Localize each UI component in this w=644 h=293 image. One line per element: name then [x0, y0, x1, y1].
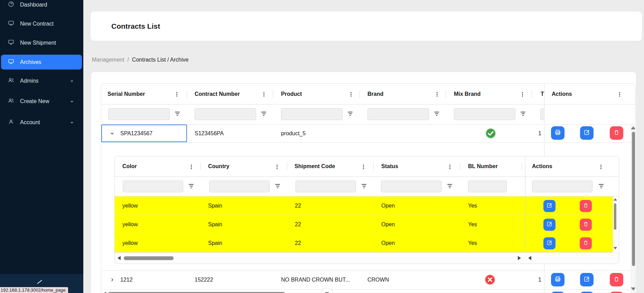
detail-cell-status[interactable]: Open: [381, 234, 395, 253]
print-button[interactable]: [551, 292, 564, 293]
sidebar-item-new-shipment[interactable]: New Shipment: [0, 36, 83, 50]
scroll-down-icon[interactable]: [614, 247, 617, 249]
expand-row-icon[interactable]: [109, 277, 115, 284]
filter-input-mix-brand[interactable]: [454, 108, 515, 120]
column-menu-icon[interactable]: [277, 164, 278, 170]
delete-button[interactable]: [580, 200, 592, 212]
column-menu-icon[interactable]: [437, 91, 438, 97]
detail-cell-country[interactable]: Spain: [208, 234, 222, 253]
detail-filter-input-color[interactable]: [123, 181, 183, 192]
detail-cell-shipment[interactable]: 22: [295, 196, 301, 215]
filter-icon[interactable]: [261, 112, 267, 116]
column-header-serial-number[interactable]: Serial Number: [108, 84, 145, 104]
column-menu-icon[interactable]: [522, 91, 523, 97]
edit-button[interactable]: [580, 126, 594, 140]
cell-contract[interactable]: 152222: [195, 271, 213, 289]
filter-icon[interactable]: [361, 184, 367, 188]
detail-vertical-scrollbar[interactable]: [613, 196, 617, 253]
column-header-contract-number[interactable]: Contract Number: [195, 84, 240, 104]
column-header-brand[interactable]: Brand: [367, 84, 383, 104]
detail-horizontal-scrollbar[interactable]: [115, 253, 619, 264]
scrollbar-thumb[interactable]: [614, 203, 616, 230]
delete-button[interactable]: [580, 219, 592, 231]
detail-filter-input-country[interactable]: [209, 181, 270, 192]
scroll-right-icon[interactable]: [518, 256, 521, 260]
detail-row[interactable]: [115, 196, 613, 215]
detail-row[interactable]: [115, 215, 613, 234]
scroll-up-icon[interactable]: [631, 126, 635, 129]
detail-column-header-status[interactable]: Status: [381, 156, 398, 176]
detail-cell-shipment[interactable]: 22: [295, 215, 301, 234]
filter-icon[interactable]: [433, 112, 440, 116]
scroll-left-icon[interactable]: [103, 292, 106, 293]
collapse-row-icon[interactable]: [109, 130, 115, 138]
detail-filter-input-status[interactable]: [381, 181, 441, 192]
filter-input-serial-number[interactable]: [108, 108, 170, 120]
column-header-product[interactable]: Product: [281, 84, 302, 104]
detail-cell-status[interactable]: Open: [381, 215, 395, 234]
detail-filter-input-shipment-code[interactable]: [296, 181, 356, 192]
filter-icon[interactable]: [174, 112, 180, 116]
detail-cell-bl[interactable]: Yes: [468, 215, 477, 234]
scrollbar-thumb[interactable]: [124, 256, 174, 260]
cell-product[interactable]: NO BRAND CROWN BUT...: [281, 271, 350, 289]
filter-input-product[interactable]: [281, 108, 343, 120]
edit-button[interactable]: [543, 200, 556, 212]
detail-row[interactable]: [115, 234, 613, 253]
filter-icon[interactable]: [188, 184, 194, 188]
detail-column-header-color[interactable]: Color: [122, 156, 137, 176]
column-menu-icon[interactable]: [263, 91, 264, 97]
cell-serial[interactable]: SPA1234567: [120, 125, 152, 142]
print-button[interactable]: [551, 126, 564, 140]
detail-cell-color[interactable]: yellow: [122, 215, 138, 234]
detail-cell-color[interactable]: yellow: [122, 234, 138, 253]
detail-column-header-actions[interactable]: Actions: [532, 156, 552, 176]
sidebar-item-create-new[interactable]: Create New: [0, 94, 83, 108]
scroll-left-icon[interactable]: [528, 256, 531, 260]
grid-vertical-scrollbar[interactable]: [631, 124, 635, 293]
filter-icon[interactable]: [274, 184, 281, 188]
delete-button[interactable]: [610, 273, 623, 286]
detail-cell-bl[interactable]: Yes: [468, 234, 477, 253]
delete-button[interactable]: [610, 292, 623, 293]
breadcrumb-section[interactable]: Management: [92, 57, 124, 63]
filter-input-brand[interactable]: [367, 108, 429, 120]
edit-button[interactable]: [543, 219, 556, 231]
print-button[interactable]: [551, 273, 564, 286]
sidebar-item-dashboard[interactable]: Dashboard: [0, 0, 83, 12]
edit-button[interactable]: [543, 237, 556, 249]
column-menu-icon[interactable]: [191, 164, 192, 170]
sidebar-item-archives[interactable]: Archives: [1, 55, 82, 70]
filter-input-contract-number[interactable]: [195, 108, 256, 120]
scroll-up-icon[interactable]: [614, 198, 617, 201]
detail-cell-color[interactable]: yellow: [122, 196, 138, 215]
cell-contract[interactable]: S123456PA: [195, 125, 224, 142]
column-header-mix-brand[interactable]: Mix Brand: [454, 84, 480, 104]
sidebar-item-account[interactable]: Account: [0, 116, 83, 129]
scrollbar-thumb[interactable]: [632, 132, 635, 266]
detail-cell-country[interactable]: Spain: [208, 215, 222, 234]
delete-button[interactable]: [580, 237, 592, 249]
scroll-left-icon[interactable]: [118, 256, 121, 260]
detail-filter-input-actions[interactable]: [532, 181, 592, 192]
sidebar-item-new-contract[interactable]: New Contract: [0, 17, 83, 31]
cell-total[interactable]: 1: [530, 125, 541, 142]
column-header-total-truncated[interactable]: T: [541, 84, 544, 104]
detail-column-header-country[interactable]: Country: [208, 156, 229, 176]
column-menu-icon[interactable]: [176, 91, 177, 97]
column-menu-icon[interactable]: [449, 164, 450, 170]
column-menu-icon[interactable]: [600, 164, 601, 170]
detail-column-header-bl-number[interactable]: BL Number: [468, 156, 498, 176]
column-menu-icon[interactable]: [351, 91, 352, 97]
cell-serial[interactable]: 1212: [120, 271, 133, 289]
detail-cell-bl[interactable]: Yes: [468, 196, 477, 215]
filter-icon[interactable]: [598, 184, 604, 188]
detail-filter-input-bl-number[interactable]: [468, 181, 507, 192]
detail-cell-status[interactable]: Open: [381, 196, 395, 215]
sidebar-item-admins[interactable]: Admins: [0, 74, 83, 88]
edit-button[interactable]: [580, 292, 594, 293]
filter-icon[interactable]: [520, 112, 526, 116]
detail-column-header-shipment-code[interactable]: Shipment Code: [295, 156, 335, 176]
column-menu-icon[interactable]: [619, 91, 620, 97]
column-menu-icon[interactable]: [363, 164, 364, 170]
